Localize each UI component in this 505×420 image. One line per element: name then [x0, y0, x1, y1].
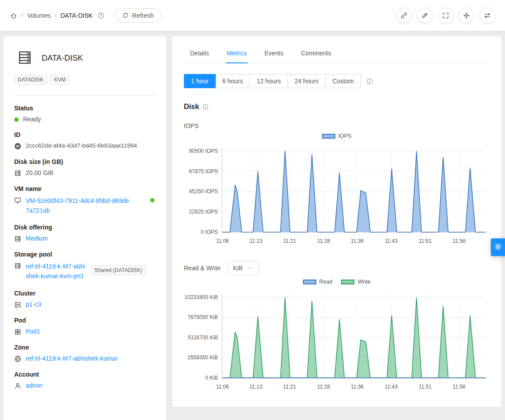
tab-metrics[interactable]: Metrics	[226, 44, 248, 63]
divider	[14, 95, 155, 96]
tab-comments[interactable]: Comments	[300, 44, 332, 63]
field-value: ref-trl-4119-k-M7-abhishek-kumar	[14, 355, 155, 362]
field-value: p1-c3	[14, 301, 155, 308]
range-12-hours[interactable]: 12 hours	[250, 74, 287, 88]
status-dot	[14, 117, 19, 122]
user-icon	[14, 382, 21, 389]
resource-tag-datadisk: DATADISK	[14, 75, 47, 85]
range-1-hour[interactable]: 1 hour	[184, 74, 216, 88]
legend-swatch	[322, 134, 335, 139]
svg-text:11:28: 11:28	[317, 384, 330, 390]
field-label: Storage pool	[14, 251, 155, 258]
field-value: 20.00 GiB	[14, 169, 155, 177]
migrate-button[interactable]	[479, 8, 495, 23]
field-vm-name-value[interactable]: VM-52e00f43-7911-4dc4-85bd-d69de7a721ab	[26, 196, 130, 215]
svg-text:0 KiB: 0 KiB	[205, 375, 218, 381]
gear-icon	[494, 243, 502, 252]
field-cluster-value[interactable]: p1-c3	[26, 301, 41, 308]
edit-icon	[421, 12, 428, 19]
svg-text:11:43: 11:43	[385, 238, 397, 244]
breadcrumb-volumes[interactable]: Volumes	[27, 12, 51, 19]
home-icon[interactable]	[10, 12, 17, 19]
svg-text:11:06: 11:06	[216, 384, 229, 390]
field-pod-value[interactable]: Pod1	[26, 328, 40, 335]
field-value: Pod1	[14, 328, 155, 335]
refresh-button[interactable]: Refresh	[115, 8, 161, 23]
field-value: ref-trl-4119-k-M7-abhishek-kumar-kvm-pri…	[14, 262, 155, 281]
tab-details[interactable]: Details	[189, 44, 210, 63]
migrate-icon	[484, 12, 491, 19]
info-icon[interactable]	[202, 104, 209, 110]
svg-text:11:58: 11:58	[453, 384, 466, 390]
link-icon	[400, 12, 408, 19]
svg-text:0 IOPS: 0 IOPS	[201, 229, 218, 235]
legend-label: Write	[357, 279, 370, 285]
svg-text:11:51: 11:51	[419, 238, 431, 244]
desktop-icon	[14, 197, 21, 204]
iops-chart: 0 IOPS22625 IOPS45250 IOPS67875 IOPS9050…	[183, 141, 490, 249]
field-label: Cluster	[14, 290, 155, 297]
legend-label: IOPS	[338, 133, 352, 139]
settings-button[interactable]	[491, 238, 505, 256]
field-status-value: Ready	[23, 116, 41, 123]
reload-icon	[122, 12, 128, 19]
range-custom[interactable]: Custom	[326, 74, 361, 88]
svg-text:2558350 KiB: 2558350 KiB	[187, 354, 218, 361]
attach-button[interactable]	[396, 8, 412, 23]
breadcrumb-separator: /	[55, 12, 57, 19]
field-vm-name: VM nameVM-52e00f43-7911-4dc4-85bd-d69de7…	[14, 185, 155, 215]
field-account-value[interactable]: admin	[26, 382, 43, 389]
legend-swatch	[341, 280, 354, 284]
readwrite-legend: ReadWrite	[183, 279, 490, 285]
tab-events[interactable]: Events	[264, 44, 284, 63]
detail-panel: DetailsMetricsEventsComments 1 hour6 hou…	[172, 36, 501, 407]
field-status: StatusReady	[14, 105, 155, 123]
field-storage-pool-value[interactable]: ref-trl-4119-k-M7-abhishek-kumar-kvm-pri…	[26, 262, 85, 281]
storage-pool-tag: Shared (DATADISK)	[91, 265, 146, 275]
field-value: VM-52e00f43-7911-4dc4-85bd-d69de7a721ab	[14, 196, 155, 215]
resource-title: DATA-DISK	[42, 54, 83, 63]
field-disk-offering-value[interactable]: Medium	[26, 235, 48, 242]
field-storage-pool: Storage poolref-trl-4119-k-M7-abhishek-k…	[14, 251, 155, 281]
field-value: Ready	[14, 116, 155, 123]
move-button[interactable]	[458, 8, 474, 23]
svg-text:11:13: 11:13	[249, 384, 262, 390]
legend-read[interactable]: Read	[303, 279, 333, 285]
edit-button[interactable]	[417, 8, 433, 23]
cluster-icon	[14, 301, 21, 308]
help-icon[interactable]	[97, 12, 105, 19]
field-disk-size-in-gb-value: 20.00 GiB	[26, 169, 53, 176]
svg-text:67875 IOPS: 67875 IOPS	[189, 168, 218, 175]
svg-text:11:13: 11:13	[249, 238, 262, 244]
field-id: ID2ccc62dd-af4a-43d7-bd45-6b83aae11994	[14, 131, 155, 150]
field-label: ID	[14, 131, 155, 138]
field-value: Medium	[14, 235, 155, 242]
volume-icon	[17, 50, 33, 67]
svg-text:5116700 KiB: 5116700 KiB	[188, 334, 218, 341]
range-24-hours[interactable]: 24 hours	[288, 74, 326, 88]
legend-write[interactable]: Write	[341, 279, 370, 285]
info-icon	[366, 78, 373, 85]
field-zone-value[interactable]: ref-trl-4119-k-M7-abhishek-kumar	[26, 355, 117, 362]
field-value: admin	[14, 382, 155, 389]
svg-text:7675050 KiB: 7675050 KiB	[187, 314, 218, 320]
svg-text:11:43: 11:43	[385, 384, 397, 390]
chart-canvas: 0 KiB2558350 KiB5116700 KiB7675050 KiB10…	[183, 287, 489, 393]
legend-iops[interactable]: IOPS	[322, 133, 352, 139]
appstore-icon	[14, 328, 21, 335]
svg-text:11:36: 11:36	[351, 384, 364, 390]
field-disk-offering: Disk offeringMedium	[14, 224, 155, 242]
time-range-group: 1 hour6 hours12 hours24 hoursCustom	[183, 74, 490, 88]
range-info-icon[interactable]	[366, 78, 373, 85]
refresh-label: Refresh	[132, 12, 154, 19]
field-zone: Zoneref-trl-4119-k-M7-abhishek-kumar	[14, 344, 155, 362]
svg-text:11:58: 11:58	[453, 238, 466, 244]
unit-select[interactable]: KiB	[228, 261, 259, 275]
breadcrumb: / Volumes / DATA-DISK Refresh	[10, 8, 161, 23]
range-6-hours[interactable]: 6 hours	[216, 74, 250, 88]
svg-text:10233400 KiB: 10233400 KiB	[185, 294, 218, 300]
readwrite-label: Read & Write	[184, 264, 221, 272]
breadcrumb-current: DATA-DISK	[60, 12, 93, 19]
readwrite-header: Read & Write KiB	[183, 261, 490, 275]
expand-view-button[interactable]	[438, 8, 454, 23]
